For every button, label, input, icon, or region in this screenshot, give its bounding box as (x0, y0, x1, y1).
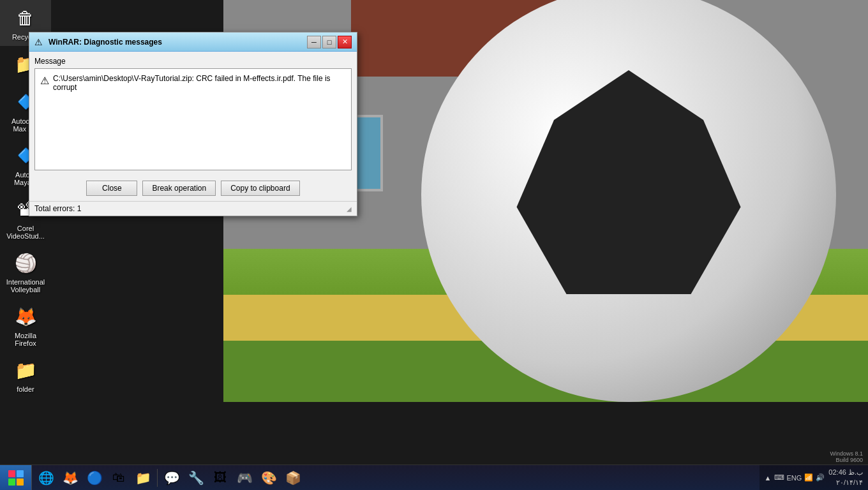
resize-grip: ◢ (347, 205, 352, 212)
status-text: Total errors: 1 (34, 204, 81, 213)
firefox-desktop-icon: 🦊 (13, 304, 38, 329)
message-warning-icon: ⚠ (40, 75, 49, 87)
dialog-buttons-area: Close Break operation Copy to clipboard (29, 175, 357, 201)
taskbar-icon-paint[interactable]: 🎨 (257, 466, 280, 489)
tray-lang-label[interactable]: ENG (787, 474, 802, 482)
taskbar-icon-firefox[interactable]: 🦊 (59, 466, 82, 489)
start-button[interactable] (0, 465, 32, 491)
dialog-status-bar: Total errors: 1 ◢ (29, 201, 357, 216)
close-window-button[interactable]: ✕ (338, 36, 352, 48)
win-build: Build 9600 (830, 457, 863, 463)
system-tray: ▲ ⌨ ENG 📶 🔊 02:46 ب.ظ ۲۰/۱۴/۱۴ (760, 465, 868, 491)
taskbar-icon-store[interactable]: 🛍 (107, 466, 130, 489)
taskbar-icon-chrome[interactable]: 🌐 (34, 466, 57, 489)
message-text: C:\Users\amin\Desktop\V-RayTutorial.zip:… (53, 74, 346, 92)
tray-network-icon: 📶 (804, 473, 813, 482)
restore-button[interactable]: □ (322, 36, 336, 48)
desktop-icon-firefox[interactable]: 🦊 MozillaFirefox (0, 299, 51, 352)
icon-label: CorelVideoStud... (6, 225, 45, 240)
dialog-title-text: WinRAR: Diagnostic messages (49, 38, 307, 47)
taskbar-icon-app2[interactable]: 🎮 (233, 466, 256, 489)
windows-info: Windows 8.1 Build 9600 (830, 450, 863, 463)
windows-logo-icon (8, 470, 24, 486)
taskbar-icon-skype[interactable]: 💬 (160, 466, 183, 489)
message-area: ⚠ C:\Users\amin\Desktop\V-RayTutorial.zi… (34, 68, 352, 170)
minimize-button[interactable]: ─ (307, 36, 321, 48)
win-version: Windows 8.1 (830, 450, 863, 457)
message-column-header: Message (34, 57, 352, 66)
sys-tray-icons: ▲ ⌨ ENG 📶 🔊 (765, 473, 825, 482)
desktop: 🗑 Recycl... 📁 🔷 Autode... Max 2... 🔷 Aut… (0, 0, 868, 490)
recycle-bin-icon: 🗑 (13, 5, 38, 31)
clock-time: 02:46 ب.ظ (828, 468, 863, 477)
copy-to-clipboard-button[interactable]: Copy to clipboard (221, 181, 299, 196)
taskbar-icon-ie[interactable]: 🔵 (83, 466, 106, 489)
desktop-icon-volleyball[interactable]: 🏐 InternationalVolleyball (0, 245, 51, 299)
taskbar-icon-app1[interactable]: 🔧 (184, 466, 207, 489)
icon-label: InternationalVolleyball (6, 278, 45, 293)
taskbar-divider (157, 469, 158, 487)
clock-date: ۲۰/۱۴/۱۴ (828, 478, 863, 487)
taskbar: 🌐 🦊 🔵 🛍 📁 💬 🔧 🖼 🎮 🎨 📦 ▲ ⌨ ENG 📶 🔊 0 (0, 464, 868, 490)
dialog-title-buttons: ─ □ ✕ (307, 36, 352, 48)
soccer-ball (421, 0, 836, 402)
tray-keyboard-icon: ⌨ (774, 473, 784, 482)
break-operation-button[interactable]: Break operation (142, 181, 216, 196)
dialog-body: Message ⚠ C:\Users\amin\Desktop\V-RayTut… (29, 52, 357, 175)
taskbar-pinned-icons: 🌐 🦊 🔵 🛍 📁 💬 🔧 🖼 🎮 🎨 📦 (32, 465, 307, 491)
winrar-dialog: ⚠ WinRAR: Diagnostic messages ─ □ ✕ Mess… (29, 32, 357, 216)
taskbar-icon-explorer[interactable]: 📁 (131, 466, 154, 489)
volleyball-icon: 🏐 (13, 250, 38, 276)
dialog-title-warning-icon: ⚠ (34, 37, 45, 47)
desktop-icon-folder2[interactable]: 📁 folder (0, 352, 51, 398)
icon-label: folder (17, 385, 34, 393)
icon-label: MozillaFirefox (15, 332, 36, 347)
dialog-titlebar[interactable]: ⚠ WinRAR: Diagnostic messages ─ □ ✕ (29, 33, 357, 52)
close-button[interactable]: Close (86, 181, 137, 196)
tray-volume-icon: 🔊 (816, 473, 825, 482)
taskbar-icon-winrar[interactable]: 📦 (281, 466, 304, 489)
folder2-icon: 📁 (13, 357, 38, 383)
tray-expand-icon[interactable]: ▲ (765, 474, 772, 482)
taskbar-icon-photoshop[interactable]: 🖼 (209, 466, 232, 489)
clock[interactable]: 02:46 ب.ظ ۲۰/۱۴/۱۴ (828, 468, 863, 487)
